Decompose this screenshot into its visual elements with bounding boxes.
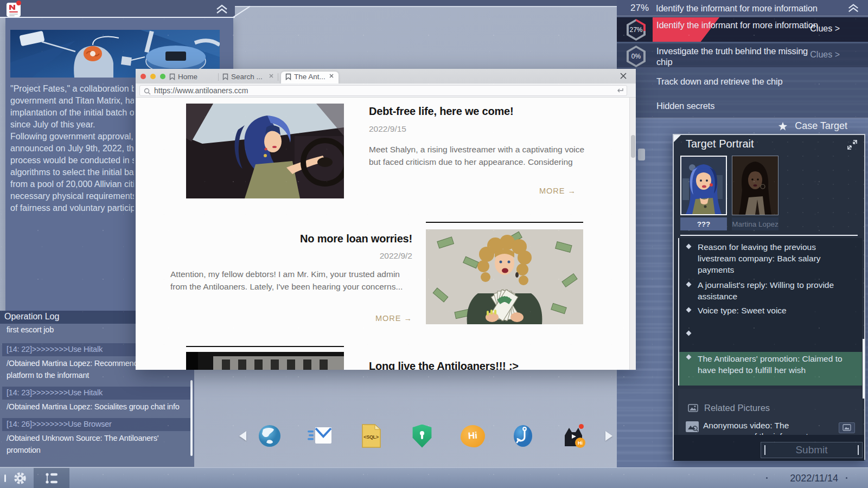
dock-sql-tool-icon[interactable]: <SQL> xyxy=(358,423,384,449)
browser-url-row: https://www.antiloaners.ccm xyxy=(136,84,636,98)
settings-gear-icon[interactable] xyxy=(13,471,27,485)
picture-icon xyxy=(688,404,698,412)
tab-close-icon[interactable] xyxy=(269,73,274,79)
collapse-panel-icon[interactable] xyxy=(846,139,858,151)
tab-search[interactable]: Search ... xyxy=(222,72,277,84)
article-line: Following government approval, "P xyxy=(10,131,134,143)
log-timestamp-row: [14: 23]>>>>>>>>Use Hitalk xyxy=(2,387,192,400)
panel-corner-mark xyxy=(674,135,681,142)
portrait-martina-lopez[interactable] xyxy=(732,156,778,215)
post-body: Meet Shalyn, a rising livestreamer with … xyxy=(369,143,597,168)
window-zoom-light[interactable] xyxy=(160,74,165,79)
dock-hitalk-icon[interactable]: Hi xyxy=(459,423,486,449)
tab-home[interactable]: Home xyxy=(169,72,217,84)
task-progress-value: 0% xyxy=(629,48,643,65)
window-close-icon[interactable] xyxy=(619,72,628,80)
clue-item[interactable]: A journalist's reply: Willing to provide… xyxy=(679,279,862,304)
portrait-name-unknown[interactable]: ??? xyxy=(680,217,727,230)
log-entry: /Obtained Martina Lopez: Recommended xyxy=(7,359,146,368)
diamond-bullet-icon xyxy=(686,244,692,249)
post-title: No more loan worries! xyxy=(187,233,412,245)
more-link[interactable]: MORE → xyxy=(526,187,576,195)
clues-link[interactable]: Clues > xyxy=(810,50,840,60)
more-label: MORE xyxy=(539,187,565,195)
task-label: Investigate the truth behind the missing… xyxy=(656,46,819,67)
dock-security-icon[interactable] xyxy=(409,423,435,449)
task-label: Identify the informant for more informat… xyxy=(656,20,819,30)
dock-browser-icon[interactable] xyxy=(257,423,283,449)
arrow-right-icon: → xyxy=(404,314,413,323)
clue-scrollbar-thumb[interactable] xyxy=(863,339,865,399)
task-row[interactable]: Hidden secrets xyxy=(617,97,868,114)
submit-button[interactable]: Submit xyxy=(761,442,863,458)
log-entry: promotion xyxy=(7,446,41,454)
fishhook-icon xyxy=(511,424,535,448)
hud-diagonal-line xyxy=(233,6,251,18)
window-close-light[interactable] xyxy=(141,74,146,79)
portrait-unknown-selected[interactable] xyxy=(680,156,727,215)
log-timestamp: [14: 22]>>>>>>>>Use Hitalk xyxy=(7,345,103,354)
browser-window: Home Search ... The Ant... xyxy=(136,69,636,370)
article-line: "Project Fates," a collaboration betw xyxy=(10,83,134,95)
article-line: since July of this year. xyxy=(10,119,134,131)
post-image-driving xyxy=(186,104,344,198)
clue-item[interactable]: Voice type: Sweet voice xyxy=(679,305,862,318)
post-date: 2022/9/15 xyxy=(369,124,406,134)
tab-label: Home xyxy=(178,73,197,81)
bookmark-icon xyxy=(222,73,228,80)
task-row-active[interactable]: 27% Identify the informant for more info… xyxy=(617,17,868,42)
clue-list: Reason for leaving the previous livestre… xyxy=(678,238,862,386)
task-list-panel: 27% Identify the informant for more info… xyxy=(617,16,868,118)
panel-bottom-strip: Submit xyxy=(674,435,864,461)
browser-titlebar[interactable]: Home Search ... The Ant... xyxy=(136,69,636,84)
clue-item[interactable] xyxy=(679,328,862,339)
collapse-chevron-icon[interactable] xyxy=(847,3,860,14)
portrait-name-martina[interactable]: Martina Lopez xyxy=(732,217,778,230)
clue-item[interactable]: Reason for leaving the previous livestre… xyxy=(679,241,862,277)
window-minimize-light[interactable] xyxy=(150,74,156,79)
case-target-header: Case Target xyxy=(617,118,868,134)
task-row[interactable]: 0% Investigate the truth behind the miss… xyxy=(617,43,868,67)
browser-scrollbar[interactable] xyxy=(629,98,636,370)
url-field[interactable]: https://www.antiloaners.ccm xyxy=(139,85,627,96)
log-scrollbar-thumb[interactable] xyxy=(190,380,193,456)
notification-dot xyxy=(16,1,21,5)
post-separator xyxy=(426,222,583,223)
hitalk-badge-label: Hi xyxy=(578,440,583,446)
dock-peeper-app-icon[interactable]: Hi xyxy=(560,423,586,449)
more-link[interactable]: MORE → xyxy=(362,314,412,323)
search-icon xyxy=(144,88,151,95)
tab-label: The Ant... xyxy=(294,73,326,81)
browser-scrollbar-thumb[interactable] xyxy=(631,135,635,158)
post-body: Attention, my fellow debtors! I am Mr. K… xyxy=(170,268,412,293)
portrait-panel-title: Target Portrait xyxy=(686,138,754,150)
collapse-chevron-icon[interactable] xyxy=(215,4,229,15)
task-row[interactable]: Track down and retrieve the chip xyxy=(617,72,868,91)
open-picture-button[interactable] xyxy=(839,422,855,433)
date-dot xyxy=(766,477,768,479)
backdrop-scroll-thumb[interactable] xyxy=(638,149,645,160)
panel-divider xyxy=(680,235,858,236)
log-entry: platform to the informant xyxy=(7,371,89,380)
top-right-task-bar[interactable]: 27% Identify the informant for more info… xyxy=(617,0,868,16)
return-icon[interactable] xyxy=(616,87,624,94)
related-pictures-title: Related Pictures xyxy=(704,403,770,413)
task-progress-value: 27% xyxy=(629,21,643,38)
dock-scroll-right-button[interactable] xyxy=(596,423,622,449)
tab-separator xyxy=(278,73,278,81)
video-thumbnail-icon[interactable] xyxy=(686,421,699,432)
tab-label: Search ... xyxy=(231,73,263,81)
power-indicator-icon[interactable] xyxy=(4,474,6,482)
dock-fishing-tool-icon[interactable] xyxy=(510,423,536,449)
article-paragraph-1: "Project Fates," a collaboration betw go… xyxy=(10,83,134,131)
globe-icon xyxy=(258,424,282,448)
clues-link[interactable]: Clues > xyxy=(810,24,840,34)
tab-close-icon[interactable] xyxy=(329,73,334,79)
task-log-button[interactable] xyxy=(34,468,69,488)
dock-mail-icon[interactable] xyxy=(307,423,333,449)
dock-scroll-left-button[interactable] xyxy=(229,423,256,449)
game-desktop: "Project Fates," a collaboration betw go… xyxy=(0,0,868,488)
article-paragraph-2: Following government approval, "P announ… xyxy=(10,131,134,214)
clue-item-highlighted[interactable]: The Antiloaners' promotion: Claimed to h… xyxy=(679,352,862,386)
tab-antiloaners[interactable]: The Ant... xyxy=(281,72,339,84)
